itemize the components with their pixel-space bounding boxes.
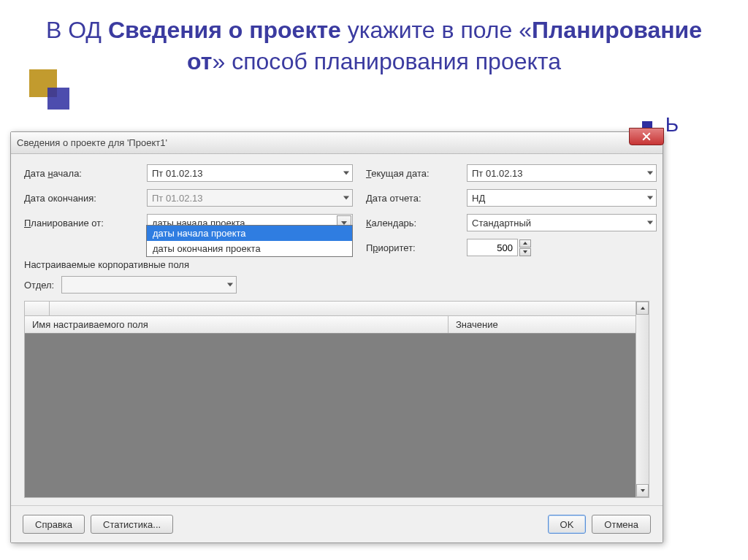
grid-column-name[interactable]: Имя настраиваемого поля: [25, 316, 449, 333]
grid-body: [25, 334, 649, 497]
schedule-from-dropdown: даты начала проекта даты окончания проек…: [146, 225, 353, 257]
scroll-up-button[interactable]: [636, 302, 649, 315]
dialog-title: Сведения о проекте для 'Проект1': [17, 137, 657, 148]
label-priority: Приоритет:: [366, 242, 454, 253]
vertical-scrollbar[interactable]: [636, 302, 649, 497]
caret-up-icon: [641, 307, 645, 310]
chevron-down-icon: [341, 221, 347, 225]
calendar-field[interactable]: Стандартный: [467, 214, 657, 231]
label-current-date: Текущая дата:: [366, 168, 454, 179]
end-date-field: Пт 01.02.13: [147, 189, 353, 207]
dialog-titlebar[interactable]: Сведения о проекте для 'Проект1': [11, 132, 663, 154]
spin-down-button[interactable]: [519, 248, 531, 256]
department-field[interactable]: [61, 276, 237, 294]
label-end-date: Дата окончания:: [24, 193, 134, 204]
caret-up-icon: [523, 242, 527, 245]
statistics-button[interactable]: Статистика...: [91, 515, 173, 534]
report-date-field[interactable]: НД: [467, 189, 657, 207]
chevron-down-icon: [227, 283, 233, 287]
chevron-down-icon: [647, 172, 653, 175]
custom-fields-grid: Имя настраиваемого поля Значение: [24, 301, 649, 498]
start-date-field[interactable]: Пт 01.02.13: [147, 164, 353, 182]
chevron-down-icon: [343, 196, 349, 200]
label-report-date: Дата отчета:: [366, 193, 454, 204]
custom-fields-section-label: Настраиваемые корпоративные поля: [24, 259, 649, 270]
close-icon: [642, 132, 651, 141]
dropdown-option[interactable]: даты начала проекта: [147, 226, 352, 241]
caret-down-icon: [641, 489, 645, 492]
project-info-dialog: Сведения о проекте для 'Проект1' Дата на…: [10, 131, 663, 543]
spin-up-button[interactable]: [519, 239, 531, 248]
label-start-date: Дата начала:: [24, 168, 134, 179]
close-button[interactable]: [629, 128, 664, 145]
label-schedule-from: Планирование от:: [24, 218, 134, 229]
dropdown-option[interactable]: даты окончания проекта: [147, 241, 352, 256]
priority-input[interactable]: [467, 239, 518, 256]
chevron-down-icon: [647, 196, 653, 200]
help-button[interactable]: Справка: [23, 515, 85, 534]
cancel-button[interactable]: Отмена: [592, 515, 651, 534]
priority-spinner[interactable]: [467, 239, 657, 256]
label-department: Отдел:: [24, 280, 54, 291]
chevron-down-icon: [343, 172, 349, 175]
slide-title: В ОД Сведения о проекте укажите в поле «…: [0, 0, 748, 85]
grid-column-value[interactable]: Значение: [449, 319, 649, 330]
ok-button[interactable]: OK: [548, 515, 587, 534]
caret-down-icon: [523, 250, 527, 253]
current-date-field[interactable]: Пт 01.02.13: [467, 164, 657, 182]
scroll-down-button[interactable]: [636, 484, 649, 497]
chevron-down-icon: [647, 221, 653, 225]
label-calendar: Календарь:: [366, 218, 454, 229]
